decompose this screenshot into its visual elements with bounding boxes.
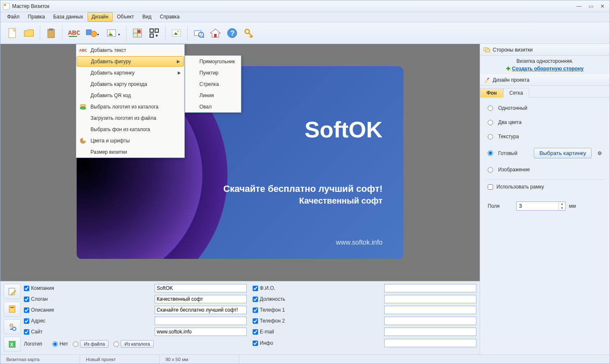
svg-rect-33 bbox=[10, 307, 14, 308]
submenu-line[interactable]: Линия bbox=[185, 90, 241, 101]
position-checkbox[interactable]: Должность bbox=[253, 296, 378, 302]
address-input[interactable] bbox=[155, 317, 247, 325]
desc-checkbox[interactable]: Описание bbox=[24, 307, 149, 313]
logo-file-button[interactable]: Из файла bbox=[80, 340, 109, 348]
minimize-button[interactable]: — bbox=[574, 3, 584, 10]
submenu-dashed[interactable]: Пунктир bbox=[185, 67, 241, 78]
menu-logo-file[interactable]: Загрузить логотип из файла bbox=[76, 112, 184, 124]
keys-icon[interactable] bbox=[240, 25, 257, 41]
qr-icon[interactable] bbox=[146, 25, 163, 41]
fio-checkbox[interactable]: Ф.И.О. bbox=[253, 285, 378, 291]
svg-text:▾: ▾ bbox=[97, 33, 99, 36]
company-input[interactable] bbox=[155, 284, 247, 292]
logo-none-radio[interactable] bbox=[52, 341, 58, 347]
site-checkbox[interactable]: Сайт bbox=[24, 329, 149, 335]
submenu-arrow[interactable]: Стрелка bbox=[185, 78, 241, 90]
bg-ready-radio[interactable] bbox=[488, 150, 493, 156]
menu-add-shape[interactable]: Добавить фигуру▶ bbox=[77, 56, 184, 67]
spin-down-icon[interactable]: ▼ bbox=[558, 206, 565, 210]
margins-label: Поля bbox=[488, 203, 513, 209]
search-contact-icon[interactable] bbox=[4, 319, 21, 334]
menu-file[interactable]: Файл bbox=[3, 12, 24, 22]
shape-icon[interactable]: ▾ bbox=[82, 25, 103, 41]
svg-point-29 bbox=[81, 141, 83, 142]
menu-add-map[interactable]: Добавить карту проезда bbox=[76, 78, 184, 90]
tab-grid[interactable]: Сетка bbox=[503, 88, 530, 98]
menu-add-picture[interactable]: Добавить картинку▶ bbox=[76, 67, 184, 78]
phone2-input[interactable] bbox=[384, 317, 476, 325]
select-image-icon[interactable] bbox=[168, 25, 185, 41]
menu-help[interactable]: Справка bbox=[155, 12, 184, 22]
logo-label: Логотип bbox=[24, 341, 47, 347]
use-frame-checkbox[interactable] bbox=[488, 184, 493, 190]
create-back-link[interactable]: Создать оборотную сторону bbox=[512, 66, 584, 72]
site-input[interactable] bbox=[155, 328, 247, 336]
margins-spinner[interactable]: ▲▼ bbox=[516, 201, 566, 211]
svg-point-30 bbox=[83, 142, 85, 143]
svg-text:▾: ▾ bbox=[118, 33, 120, 36]
catalog-icon bbox=[79, 103, 87, 111]
maximize-button[interactable]: ▭ bbox=[586, 3, 595, 10]
shape-submenu: Прямоугольник Пунктир Стрелка Линия Овал bbox=[185, 55, 241, 113]
info-input[interactable] bbox=[384, 339, 476, 347]
menu-database[interactable]: База данных bbox=[49, 12, 87, 22]
phone1-input[interactable] bbox=[384, 306, 476, 314]
fio-input[interactable] bbox=[384, 284, 476, 292]
menu-colors-fonts[interactable]: Цвета и шрифты bbox=[76, 135, 184, 146]
home-icon[interactable] bbox=[207, 25, 224, 41]
paste-icon[interactable] bbox=[43, 25, 59, 41]
open-folder-icon[interactable] bbox=[21, 25, 37, 41]
tab-background[interactable]: Фон bbox=[480, 88, 503, 98]
slogan-input[interactable] bbox=[155, 295, 247, 303]
logo-file-radio[interactable] bbox=[73, 341, 78, 347]
company-checkbox[interactable]: Компания bbox=[24, 285, 149, 291]
map-icon[interactable] bbox=[129, 25, 146, 41]
bg-single-radio[interactable] bbox=[488, 106, 493, 111]
svg-point-17 bbox=[177, 31, 179, 32]
right-panel: Стороны визитки Визитка односторонняя. ✚… bbox=[480, 44, 610, 354]
bg-texture-radio[interactable] bbox=[488, 134, 493, 139]
text-icon[interactable]: ABC bbox=[65, 25, 82, 41]
margins-input[interactable] bbox=[517, 202, 558, 210]
address-checkbox[interactable]: Адрес bbox=[24, 318, 149, 324]
desc-input[interactable] bbox=[155, 306, 247, 314]
select-image-button[interactable]: Выбрать картинку bbox=[534, 148, 592, 158]
status-size: 90 x 50 мм bbox=[160, 355, 239, 364]
preview-icon[interactable] bbox=[190, 25, 207, 41]
menu-card-size[interactable]: Размер визитки bbox=[76, 146, 184, 157]
svg-text:X: X bbox=[10, 342, 13, 348]
fields-panel: X Компания Ф.И.О. Слоган Должность Описа… bbox=[0, 281, 480, 354]
new-file-icon[interactable] bbox=[4, 25, 21, 41]
close-button[interactable]: ✕ bbox=[598, 3, 607, 10]
design-panel-header: Дизайн проекта bbox=[480, 74, 610, 86]
menu-object[interactable]: Объект bbox=[113, 12, 138, 22]
slogan-checkbox[interactable]: Слоган bbox=[24, 296, 149, 302]
gear-icon[interactable]: ⚙ bbox=[597, 150, 602, 156]
email-input[interactable] bbox=[384, 328, 476, 336]
submenu-rectangle[interactable]: Прямоугольник bbox=[185, 56, 241, 67]
bg-image-radio[interactable] bbox=[488, 167, 493, 173]
logo-catalog-radio[interactable] bbox=[114, 341, 119, 347]
submenu-oval[interactable]: Овал bbox=[185, 101, 241, 112]
image-icon[interactable]: ▾ bbox=[103, 25, 124, 41]
menu-edit[interactable]: Правка bbox=[24, 12, 49, 22]
menu-add-text[interactable]: ABCДобавить текст bbox=[76, 44, 184, 56]
menu-bg-catalog[interactable]: Выбрать фон из каталога bbox=[76, 124, 184, 135]
phone1-checkbox[interactable]: Телефон 1 bbox=[253, 307, 378, 313]
spin-up-icon[interactable]: ▲ bbox=[558, 202, 565, 206]
position-input[interactable] bbox=[384, 295, 476, 303]
menu-logo-catalog[interactable]: Выбрать логотип из каталога bbox=[76, 101, 184, 112]
contacts-icon[interactable] bbox=[4, 302, 21, 317]
help-icon[interactable]: ? bbox=[224, 25, 240, 41]
phone2-checkbox[interactable]: Телефон 2 bbox=[253, 318, 378, 324]
edit-icon[interactable] bbox=[4, 284, 21, 299]
menu-view[interactable]: Вид bbox=[138, 12, 156, 22]
logo-catalog-button[interactable]: Из каталога bbox=[121, 340, 154, 348]
excel-export-icon[interactable]: X bbox=[4, 337, 21, 352]
menu-add-qr[interactable]: Добавить QR код bbox=[76, 90, 184, 101]
bg-two-radio[interactable] bbox=[488, 120, 493, 125]
menu-design[interactable]: Дизайн bbox=[88, 12, 113, 22]
info-checkbox[interactable]: Инфо bbox=[253, 340, 378, 346]
email-checkbox[interactable]: E-mail bbox=[253, 329, 378, 335]
status-type: Визитная карта bbox=[0, 355, 80, 364]
